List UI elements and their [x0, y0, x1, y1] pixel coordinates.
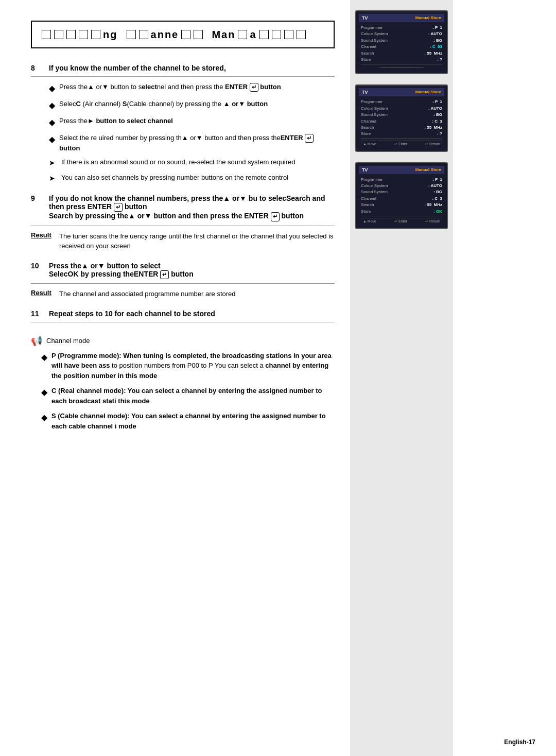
title-char-3 [66, 30, 76, 39]
tv-row-1-colour: Colour System : AUTO [361, 31, 442, 37]
note-item-s: ◆ S (Cable channel mode): You can select… [41, 411, 335, 431]
main-content: ng anne Man a 8 If you know the number o… [0, 0, 350, 756]
tv-2-enter: ↵ Enter [394, 142, 407, 146]
tv-header-2: TV Manual Store [359, 88, 444, 96]
tv-screen-2: TV Manual Store Programme : P 1 Colour S… [355, 84, 448, 151]
tv-title-3: Manual Store [415, 167, 441, 173]
bullet-8-3: ◆ Press the► button to select channel [49, 116, 335, 129]
result-label-10: Result [31, 289, 54, 299]
tv-row-1-prog: Programme : P 1 [361, 25, 442, 30]
diamond-note-3: ◆ [41, 411, 47, 424]
note-icon: 📢 [31, 335, 42, 347]
right-panel: TV Manual Store Programme : P 1 Colour S… [350, 0, 453, 756]
title-char-7 [139, 30, 148, 39]
tv-label-1: TV [362, 15, 368, 21]
section-8-bullets: ◆ Press the▲ or▼ button to selectnel and… [49, 82, 335, 184]
diamond-icon-4: ◆ [49, 133, 55, 146]
title-char-1 [42, 30, 51, 39]
tv-header-1: TV Manual Store [359, 14, 444, 22]
diamond-note-2: ◆ [41, 386, 47, 399]
bullet-8-6: ➤ You can also set channels by pressing … [49, 173, 335, 184]
section-10-title: Press the▲ or▼ button to select SelecOK … [49, 262, 335, 279]
tv-content-1: Programme : P 1 Colour System : AUTO Sou… [359, 24, 444, 71]
page-title-box: ng anne Man a [31, 21, 335, 48]
tv-row-2-search: Search : 55 MHz [361, 125, 442, 130]
note-header: 📢 Channel mode [31, 335, 335, 347]
title-char-4 [79, 30, 88, 39]
note-bullets: ◆ P (Programme mode): When tuning is com… [41, 351, 335, 432]
title-char-13 [284, 30, 293, 39]
tv-2-move: ▲ Move [363, 142, 376, 146]
result-label-9: Result [31, 231, 54, 251]
diamond-icon-3: ◆ [49, 116, 55, 129]
note-text-s: S (Cable channel mode): You can select a… [51, 411, 335, 431]
section-9-header: 9 If you do not know the channel numbers… [31, 194, 335, 226]
tv-row-1-store: Store : ? [361, 57, 442, 62]
tv-screen-3: TV Manual Store Programme : P 1 Colour S… [355, 162, 448, 229]
section-8-header: 8 If you know the number of the channel … [31, 64, 335, 77]
tv-screen-1: TV Manual Store Programme : P 1 Colour S… [355, 10, 448, 74]
note-section: 📢 Channel mode ◆ P (Programme mode): Whe… [31, 335, 335, 432]
note-text-c: C (Real channel mode): You can select a … [51, 386, 335, 406]
title-char-5 [91, 30, 100, 39]
tv-row-1-sound: Sound System : BG [361, 38, 442, 43]
tv-2-return: ↩ Return [425, 142, 440, 146]
tv-row-3-colour: Colour System : AUTO [361, 183, 442, 188]
tv-row-2-channel: Channel : C 3 [361, 119, 442, 124]
section-8-number: 8 [31, 64, 41, 72]
note-item-p: ◆ P (Programme mode): When tuning is com… [41, 351, 335, 381]
tv-3-footer: ▲ Move ↵ Enter ↩ Return [361, 218, 442, 225]
note-item-c: ◆ C (Real channel mode): You can select … [41, 386, 335, 406]
section-10-number: 10 [31, 262, 41, 270]
tv-row-3-prog: Programme : P 1 [361, 177, 442, 182]
bullet-8-5: ➤ If there is an abnormal sound or no so… [49, 157, 335, 168]
section-11: 11 Repeat steps to 10 for each channel t… [31, 310, 335, 322]
tv-3-move: ▲ Move [363, 219, 376, 224]
bullet-8-2: ◆ SelecC (Air channel) S(Cable channel) … [49, 99, 335, 112]
tv-row-3-sound: Sound System : BG [361, 190, 442, 195]
section-10-header: 10 Press the▲ or▼ button to select Selec… [31, 262, 335, 284]
note-title: Channel mode [46, 337, 90, 345]
tv-row-3-channel: Channel : C 3 [361, 196, 442, 201]
result-text-9: The tuner scans the fre uency range unti… [59, 231, 335, 251]
arrow-icon-1: ➤ [49, 158, 57, 168]
title-char-10 [238, 30, 247, 39]
section-10: 10 Press the▲ or▼ button to select Selec… [31, 262, 335, 299]
title-a: a [250, 29, 256, 41]
tv-2-footer: ▲ Move ↵ Enter ↩ Return [361, 141, 442, 147]
section-8: 8 If you know the number of the channel … [31, 64, 335, 184]
tv-content-2: Programme : P 1 Colour System : AUTO Sou… [359, 98, 444, 148]
section-9-title: If you do not know the channel numbers, … [49, 194, 335, 221]
diamond-note-1: ◆ [41, 351, 47, 364]
tv-row-1-search: Search : 55 MHz [361, 51, 442, 56]
tv-row-2-colour: Colour System : AUTO [361, 106, 442, 111]
bullet-8-6-text: You can also set channels by pressing nu… [61, 173, 335, 183]
page-footer: English-17 [504, 738, 535, 746]
title-char-12 [272, 30, 281, 39]
bullet-8-2-text: SelecC (Air channel) S(Cable channel) by… [59, 99, 335, 109]
bullet-8-4-text: Select the re uired number by pressing t… [59, 133, 335, 153]
tv-title-2: Manual Store [415, 90, 441, 95]
tv-row-2-store: Store : ? [361, 131, 442, 136]
arrow-icon-2: ➤ [49, 173, 57, 184]
title-man: Man [212, 29, 235, 41]
bullet-8-4: ◆ Select the re uired number by pressing… [49, 133, 335, 153]
section-10-result: Result The channel and associated progra… [31, 289, 335, 299]
tv-header-3: TV Manual Store [359, 166, 444, 174]
tv-label-3: TV [362, 167, 368, 173]
tv-3-enter: ↵ Enter [394, 219, 407, 224]
tv-content-3: Programme : P 1 Colour System : AUTO Sou… [359, 176, 444, 226]
title-char-11 [259, 30, 269, 39]
title-char-8 [181, 30, 190, 39]
result-text-10: The channel and associated programme num… [59, 289, 335, 299]
section-9: 9 If you do not know the channel numbers… [31, 194, 335, 251]
tv-row-2-prog: Programme : P 1 [361, 99, 442, 105]
title-char-9 [194, 30, 203, 39]
title-anne: anne [151, 29, 179, 41]
diamond-icon-1: ◆ [49, 82, 55, 95]
section-9-number: 9 [31, 194, 41, 202]
tv-title-1: Manual Store [415, 15, 441, 21]
note-text-p: P (Programme mode): When tuning is compl… [51, 351, 335, 381]
tv-row-1-channel: Channel : C 03 [361, 44, 442, 49]
bullet-8-1-text: Press the▲ or▼ button to selectnel and t… [59, 82, 335, 92]
